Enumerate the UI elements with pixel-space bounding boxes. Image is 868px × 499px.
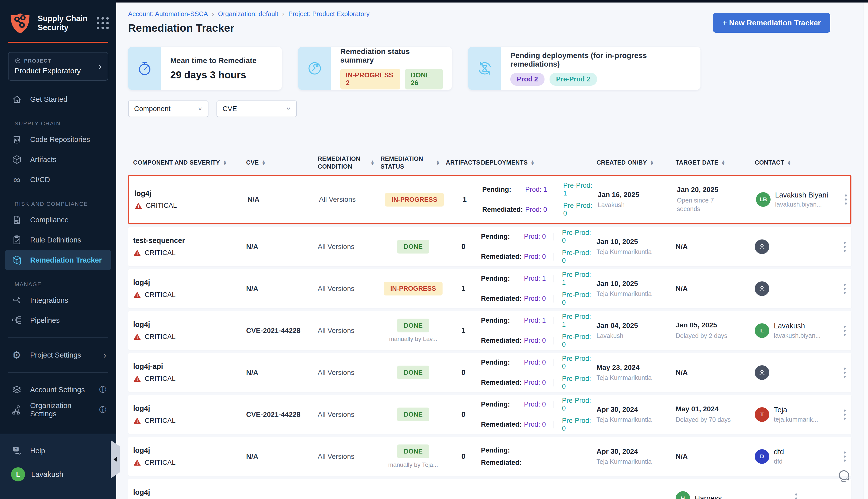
column-header-artifacts[interactable]: ARTIFACTS	[446, 159, 481, 166]
pending-preprod: Pre-Prod: 1	[562, 313, 596, 328]
pending-preprod: Pre-Prod: 0	[562, 355, 596, 370]
breadcrumb-account[interactable]: Account: Automation-SSCA	[128, 10, 208, 18]
column-header-component[interactable]: COMPONENT AND SEVERITY	[133, 159, 246, 166]
sidebar-item-help[interactable]: ? Help	[0, 441, 116, 461]
sidebar-item-cicd[interactable]: ∞ CI/CD	[0, 170, 116, 190]
target-date-cell: N/A	[675, 243, 755, 251]
row-menu-button[interactable]	[839, 192, 853, 207]
breadcrumb-organization[interactable]: Organization: default	[218, 10, 278, 18]
sidebar-item-project-settings[interactable]: ⚙ Project Settings ›	[0, 345, 116, 365]
table-row[interactable]: log4j CRITICAL CVE-2021-44228 All Versio…	[128, 311, 852, 350]
deployments-cell: Pending: Prod: 1 Pre-Prod: 1 Remediated:…	[482, 182, 598, 217]
table-row[interactable]: log4j CRITICAL N/A All Versions IN-PROGR…	[128, 269, 852, 308]
column-header-cve[interactable]: CVE	[246, 159, 318, 166]
row-menu-button[interactable]	[838, 407, 852, 422]
target-date: N/A	[675, 452, 755, 461]
sidebar-item-get-started[interactable]: Get Started	[0, 89, 116, 109]
critical-severity-icon	[133, 291, 141, 299]
timer-icon	[128, 47, 161, 90]
deployments-cell: Pending: Prod: 1 Pre-Prod: 1 Remediated:…	[481, 271, 596, 306]
info-icon[interactable]: ⓘ	[99, 405, 106, 415]
row-menu-button[interactable]	[838, 365, 852, 380]
row-menu-button[interactable]	[838, 449, 852, 464]
cve-filter-dropdown[interactable]: CVE ∨	[216, 100, 297, 117]
target-date-cell: Jan 05, 2025 Delayed by 2 days	[675, 321, 755, 340]
sidebar-item-rule-definitions[interactable]: Rule Definitions	[0, 230, 116, 250]
remediation-condition: All Versions	[318, 411, 381, 418]
critical-severity-icon	[133, 249, 141, 257]
section-risk-compliance: RISK AND COMPLIANCE	[0, 201, 116, 207]
table-row[interactable]: test-sequencer CRITICAL N/A All Versions…	[128, 227, 852, 266]
table-row[interactable]: log4j CRITICAL N/A All Versions DONE man…	[128, 437, 852, 476]
app-switcher-grid-icon[interactable]	[97, 17, 109, 29]
value-separator	[554, 275, 554, 282]
severity-label: CRITICAL	[145, 291, 176, 299]
column-header-created[interactable]: CREATED ON/BY	[596, 159, 675, 166]
critical-severity-icon	[133, 375, 141, 383]
severity: CRITICAL	[133, 375, 246, 383]
card-title: Remediation status summary	[340, 47, 443, 64]
row-menu-button[interactable]	[838, 239, 852, 254]
avatar-initials: L	[760, 327, 764, 334]
sidebar-item-code-repositories[interactable]: Code Repositories	[0, 130, 116, 149]
remediated-label: Remediated:	[481, 379, 524, 387]
divider	[8, 338, 108, 338]
remediated-preprod: Pre-Prod: 0	[562, 249, 596, 265]
sidebar-item-compliance[interactable]: Compliance	[0, 210, 116, 230]
sidebar-item-label: Pipelines	[30, 316, 60, 325]
breadcrumb-project[interactable]: Project: Product Exploratory	[288, 10, 370, 18]
info-icon[interactable]: ⓘ	[99, 385, 106, 394]
cve-value: N/A	[246, 452, 318, 461]
critical-severity-icon	[134, 202, 142, 210]
new-remediation-tracker-button[interactable]: + New Remediation Tracker	[713, 13, 830, 33]
chat-support-icon[interactable]	[836, 468, 852, 484]
table-row[interactable]: log4j-api CRITICAL N/A All Versions DONE…	[128, 353, 852, 392]
pending-label: Pending:	[481, 358, 524, 366]
row-menu-button[interactable]	[838, 323, 852, 338]
pending-prod: Prod: 0	[524, 233, 553, 241]
card-title: Pending deployments (for in-progress rem…	[510, 51, 692, 68]
remediation-status: DONE	[381, 366, 446, 379]
project-selector[interactable]: PROJECT Product Exploratory ›	[8, 52, 108, 81]
deployments-cell: Pending: Prod: 0 Pre-Prod: 0 Remediated:…	[481, 229, 596, 265]
sidebar-item-account-settings[interactable]: Account Settings ⓘ	[0, 380, 116, 400]
target-date: N/A	[675, 243, 755, 251]
sort-icon	[371, 160, 374, 166]
created-on-by-cell: Jan 10, 2025 Teja Kummarikuntla	[596, 238, 675, 256]
sidebar-item-remediation-tracker[interactable]: Remediation Tracker	[5, 250, 111, 270]
column-header-target-date[interactable]: TARGET DATE	[675, 159, 755, 166]
value-separator	[555, 186, 555, 193]
column-header-condition[interactable]: REMEDIATION CONDITION	[318, 155, 381, 170]
sidebar-item-label: Organization Settings	[30, 402, 92, 418]
column-header-status[interactable]: REMEDIATION STATUS	[381, 155, 446, 170]
sidebar-item-organization-settings[interactable]: Organization Settings ⓘ	[0, 400, 116, 420]
remediation-status: DONE	[381, 407, 446, 421]
sidebar-item-artifacts[interactable]: Artifacts	[0, 149, 116, 170]
remediated-label: Remediated:	[481, 459, 524, 466]
artifacts-count: 0	[446, 410, 481, 418]
remediated-prod: Prod: 0	[524, 253, 553, 260]
row-menu-button[interactable]	[838, 281, 852, 296]
row-menu-button[interactable]	[755, 491, 838, 499]
column-header-contact[interactable]: CONTACT	[755, 159, 838, 166]
target-date-cell: N/A	[675, 369, 755, 377]
sidebar-collapse-handle[interactable]	[111, 440, 120, 478]
vertical-scrollbar[interactable]	[863, 2, 868, 499]
severity: CRITICAL	[133, 291, 246, 299]
status-note: manually by Lav...	[389, 336, 437, 342]
chevron-right-icon: ›	[98, 61, 102, 71]
column-header-deployments[interactable]: DEPLOYMENTS	[481, 159, 596, 166]
cve-value: CVE-2021-44228	[246, 327, 318, 335]
table-row[interactable]: log4j CRITICAL CVE-2021-44228 All Versio…	[128, 395, 852, 434]
main-content: Account: Automation-SSCA › Organization:…	[116, 2, 868, 499]
sidebar-item-integrations[interactable]: Integrations	[0, 290, 116, 310]
artifact-cube-icon	[11, 154, 23, 165]
filter-label: CVE	[223, 105, 237, 113]
table-row[interactable]: log4j CRITICAL Pending: Remediated:	[128, 479, 852, 499]
user-menu[interactable]: L Lavakush	[0, 461, 116, 482]
table-row[interactable]: log4j CRITICAL N/A All Versions IN-PROGR…	[128, 175, 852, 224]
sidebar-item-pipelines[interactable]: Pipelines	[0, 310, 116, 330]
component-filter-dropdown[interactable]: Component ∨	[128, 100, 209, 117]
breadcrumb-separator: ›	[212, 11, 214, 17]
pending-label: Pending:	[481, 233, 524, 241]
